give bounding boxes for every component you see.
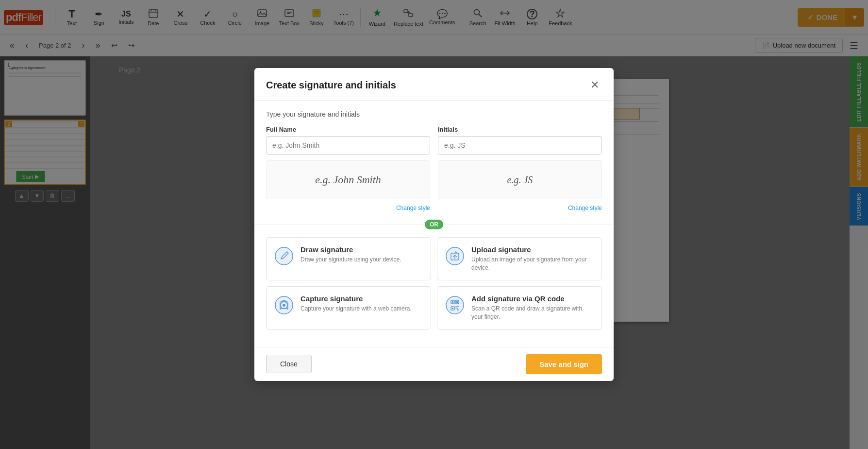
qr-signature-option[interactable]: Add signature via QR code Scan a QR code… (437, 286, 602, 329)
or-badge: OR (425, 220, 443, 229)
svg-point-27 (446, 296, 464, 314)
draw-signature-text: Draw signature Draw your signature using… (300, 245, 423, 264)
initials-label: Initials (438, 126, 602, 133)
modal-close-button[interactable]: ✕ (587, 78, 602, 92)
full-name-preview-text: e.g. John Smith (315, 173, 381, 186)
initials-preview-text: e.g. JS (507, 174, 533, 186)
modal-overlay[interactable]: Create signature and initials ✕ Type you… (0, 0, 868, 449)
full-name-label: Full Name (266, 126, 430, 133)
modal-header: Create signature and initials ✕ (254, 68, 614, 101)
draw-signature-title: Draw signature (300, 245, 423, 254)
signature-preview-row: e.g. John Smith e.g. JS (266, 160, 602, 199)
svg-point-23 (283, 304, 285, 307)
options-grid: Draw signature Draw your signature using… (266, 237, 602, 329)
full-name-change-style-link[interactable]: Change style (396, 205, 430, 211)
capture-signature-desc: Capture your signature with a web camera… (300, 305, 423, 313)
full-name-input[interactable] (266, 136, 430, 155)
initials-preview: e.g. JS (438, 160, 602, 199)
upload-signature-option[interactable]: Upload signature Upload an image of your… (437, 237, 602, 280)
initials-change-style-col: Change style (438, 203, 602, 212)
draw-signature-desc: Draw your signature using your device. (300, 256, 423, 264)
upload-signature-icon (445, 246, 465, 270)
svg-rect-33 (452, 308, 453, 309)
initials-input[interactable] (438, 136, 602, 155)
full-name-col: Full Name (266, 126, 430, 155)
upload-signature-desc: Upload an image of your signature from y… (471, 256, 594, 272)
svg-point-17 (275, 247, 293, 265)
create-signature-modal: Create signature and initials ✕ Type you… (254, 68, 614, 380)
section-title: Type your signature and initials (266, 110, 602, 118)
capture-signature-option[interactable]: Capture signature Capture your signature… (266, 286, 431, 329)
draw-signature-option[interactable]: Draw signature Draw your signature using… (266, 237, 431, 280)
capture-signature-icon (274, 295, 294, 319)
draw-signature-icon (274, 246, 294, 270)
full-name-change-style-col: Change style (266, 203, 430, 212)
or-divider: OR (254, 220, 614, 229)
capture-signature-text: Capture signature Capture your signature… (300, 294, 423, 313)
qr-signature-icon (445, 295, 465, 319)
full-name-preview: e.g. John Smith (266, 160, 430, 199)
change-style-row: Change style Change style (266, 203, 602, 212)
qr-signature-title: Add signature via QR code (471, 294, 594, 303)
modal-body: Type your signature and initials Full Na… (254, 101, 614, 346)
name-initials-row: Full Name Initials (266, 126, 602, 155)
qr-signature-desc: Scan a QR code and draw a signature with… (471, 305, 594, 321)
modal-footer: Close Save and sign (254, 347, 614, 381)
save-sign-button[interactable]: Save and sign (526, 354, 602, 374)
close-button[interactable]: Close (266, 355, 312, 373)
svg-rect-32 (456, 301, 458, 303)
upload-signature-text: Upload signature Upload an image of your… (471, 245, 594, 272)
upload-signature-title: Upload signature (471, 245, 594, 254)
modal-title: Create signature and initials (266, 80, 396, 91)
initials-col: Initials (438, 126, 602, 155)
initials-change-style-link[interactable]: Change style (568, 205, 602, 211)
qr-signature-text: Add signature via QR code Scan a QR code… (471, 294, 594, 321)
capture-signature-title: Capture signature (300, 294, 423, 303)
svg-rect-31 (452, 301, 453, 303)
